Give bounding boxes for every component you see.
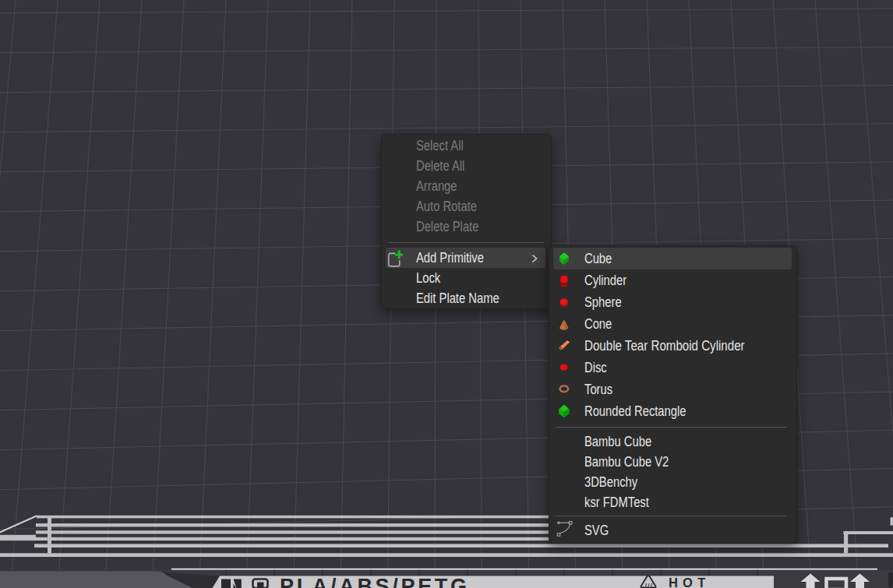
svg-text:HOT: HOT (669, 576, 710, 588)
